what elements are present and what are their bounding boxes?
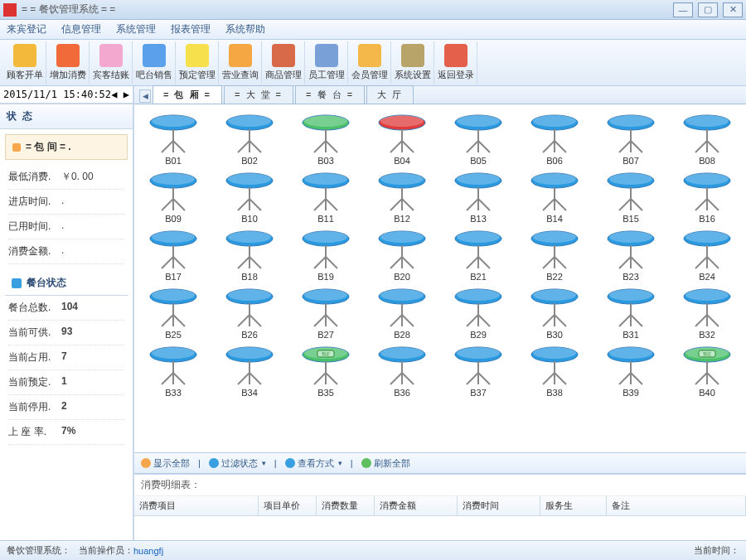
show-all-button[interactable]: 显示全部 <box>141 457 190 470</box>
svg-line-124 <box>478 257 490 268</box>
svg-line-70 <box>402 199 414 210</box>
detail-col-6[interactable]: 备注 <box>607 496 746 515</box>
table-B15[interactable]: B15 <box>597 171 665 224</box>
menu-4[interactable]: 系统帮助 <box>225 22 265 36</box>
close-button[interactable]: ✕ <box>723 2 743 17</box>
table-B11[interactable]: B11 <box>292 171 360 224</box>
toolbtn-0[interactable]: 顾客开单 <box>3 41 46 84</box>
table-label: B03 <box>317 156 334 166</box>
table-B28[interactable]: B28 <box>368 287 436 340</box>
tab-0[interactable]: = 包 厢 = <box>153 85 222 104</box>
maximize-button[interactable]: ▢ <box>698 2 718 17</box>
svg-point-55 <box>228 173 271 185</box>
table-B01[interactable]: B01 <box>139 113 207 166</box>
toolbtn-5[interactable]: 营业查询 <box>219 41 262 84</box>
svg-line-201 <box>238 373 249 384</box>
table-B21[interactable]: B21 <box>444 229 512 282</box>
toolbtn-label: 营业查询 <box>222 69 259 81</box>
menu-1[interactable]: 信息管理 <box>61 22 101 36</box>
detail-col-4[interactable]: 消费时间 <box>458 496 540 515</box>
table-B13[interactable]: B13 <box>444 171 512 224</box>
table-label: B20 <box>394 272 410 282</box>
toolbtn-7[interactable]: 员工管理 <box>305 41 348 84</box>
table-B05[interactable]: B05 <box>444 113 512 166</box>
table-B29[interactable]: B29 <box>444 287 512 340</box>
table-B22[interactable]: B22 <box>521 229 589 282</box>
table-B32[interactable]: B32 <box>673 287 741 340</box>
refresh-all-button[interactable]: 刷新全部 <box>361 457 410 470</box>
svg-line-81 <box>543 199 555 210</box>
table-B37[interactable]: B37 <box>444 345 512 398</box>
table-B12[interactable]: B12 <box>368 171 436 224</box>
view-mode-dropdown[interactable]: 查看方式 <box>285 457 342 470</box>
table-B24[interactable]: B24 <box>673 229 741 282</box>
table-B27[interactable]: B27 <box>292 287 360 340</box>
table-B18[interactable]: B18 <box>216 229 283 282</box>
table-B10[interactable]: B10 <box>216 171 283 224</box>
clock-arrows[interactable]: ◀ ▶ <box>111 89 129 100</box>
table-B16[interactable]: B16 <box>673 171 741 224</box>
table-B35[interactable]: 预定 B35 <box>292 345 360 398</box>
svg-point-73 <box>457 173 500 185</box>
tab-1[interactable]: = 大 堂 = <box>224 85 293 104</box>
table-B26[interactable]: B26 <box>216 287 283 340</box>
toolbtn-4[interactable]: 预定管理 <box>176 41 219 84</box>
menu-0[interactable]: 来宾登记 <box>7 22 46 36</box>
filter-status-dropdown[interactable]: 过滤状态 <box>209 457 266 470</box>
table-B40[interactable]: 预定 B40 <box>673 345 741 398</box>
svg-line-240 <box>707 373 719 384</box>
toolbtn-8[interactable]: 会员管理 <box>348 41 391 84</box>
table-B20[interactable]: B20 <box>368 229 436 282</box>
table-label: B02 <box>241 156 258 166</box>
detail-col-0[interactable]: 消费项目 <box>134 496 259 515</box>
toolbtn-9[interactable]: 系统设置 <box>391 41 434 84</box>
toolbtn-1[interactable]: 增加消费 <box>46 41 90 84</box>
svg-point-85 <box>609 173 652 185</box>
menu-3[interactable]: 报表管理 <box>171 22 211 36</box>
toolbtn-3[interactable]: 吧台销售 <box>133 41 176 84</box>
tab-2[interactable]: = 餐 台 = <box>295 85 365 104</box>
table-B14[interactable]: B14 <box>521 171 589 224</box>
detail-col-2[interactable]: 消费数量 <box>317 496 375 515</box>
toolbtn-label: 员工管理 <box>308 69 345 81</box>
room-section-title[interactable]: = 包 间 = . <box>5 134 128 160</box>
menu-2[interactable]: 系统管理 <box>116 22 156 36</box>
table-B08[interactable]: B08 <box>673 113 741 166</box>
svg-line-117 <box>390 257 402 268</box>
status-header[interactable]: 状 态 <box>0 104 133 129</box>
svg-line-141 <box>695 257 707 268</box>
table-B33[interactable]: B33 <box>139 345 207 398</box>
table-B25[interactable]: B25 <box>139 287 207 340</box>
table-B04[interactable]: B04 <box>368 113 436 166</box>
table-B38[interactable]: B38 <box>521 345 589 398</box>
toolbtn-6[interactable]: 商品管理 <box>262 41 305 84</box>
tab-3[interactable]: 大 厅 <box>366 85 414 104</box>
table-B06[interactable]: B06 <box>521 113 589 166</box>
table-B03[interactable]: B03 <box>292 113 360 166</box>
svg-line-165 <box>390 315 402 326</box>
minimize-button[interactable]: — <box>673 2 693 17</box>
table-B17[interactable]: B17 <box>139 229 207 282</box>
toolbtn-10[interactable]: 返回登录 <box>434 41 477 84</box>
table-B09[interactable]: B09 <box>139 171 207 224</box>
table-B34[interactable]: B34 <box>216 345 283 398</box>
svg-point-187 <box>685 289 729 301</box>
detail-col-3[interactable]: 消费金额 <box>375 496 458 515</box>
table-B36[interactable]: B36 <box>368 345 436 398</box>
svg-line-147 <box>162 315 173 326</box>
table-B30[interactable]: B30 <box>521 287 589 340</box>
table-B19[interactable]: B19 <box>292 229 360 282</box>
table-B39[interactable]: B39 <box>597 345 665 398</box>
detail-col-5[interactable]: 服务生 <box>540 496 607 515</box>
tab-prev-button[interactable]: ◀ <box>139 89 151 103</box>
svg-point-61 <box>304 173 347 185</box>
detail-col-1[interactable]: 项目单价 <box>259 496 317 515</box>
svg-line-15 <box>314 141 326 152</box>
table-B23[interactable]: B23 <box>597 229 665 282</box>
table-B02[interactable]: B02 <box>216 113 283 166</box>
svg-line-75 <box>467 199 478 210</box>
svg-line-58 <box>249 199 261 210</box>
toolbtn-2[interactable]: 宾客结账 <box>90 41 133 84</box>
table-B07[interactable]: B07 <box>597 113 665 166</box>
table-B31[interactable]: B31 <box>597 287 665 340</box>
